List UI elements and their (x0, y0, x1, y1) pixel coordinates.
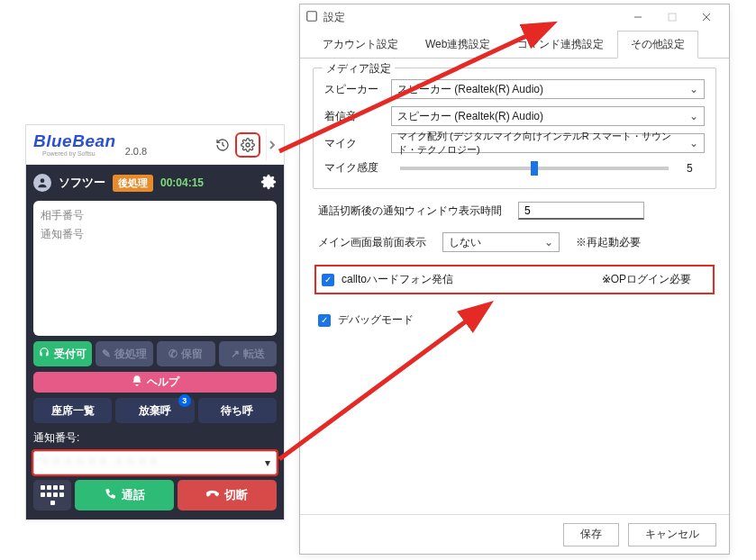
notify-number-label: 通知番号: (33, 430, 277, 446)
mic-sens-value: 5 (687, 162, 705, 175)
chevron-down-icon: ⌄ (689, 83, 698, 95)
postproc-button[interactable]: ✎ 後処理 (96, 341, 154, 366)
tab-other[interactable]: その他設定 (617, 31, 698, 59)
headset-icon (38, 347, 50, 362)
svg-rect-3 (307, 11, 317, 21)
maximize-button[interactable] (655, 6, 689, 28)
seatlist-label: 座席一覧 (51, 403, 95, 419)
close-button[interactable] (689, 6, 724, 28)
call-label: 通話 (122, 487, 145, 503)
note-icon: ✎ (102, 348, 111, 360)
foreground-select[interactable]: しない ⌄ (442, 232, 560, 252)
settings-tabs: アカウント設定 Web連携設定 コマンド連携設定 その他設定 (300, 30, 729, 59)
waiting-label: 待ち呼 (221, 403, 253, 419)
hangup-button[interactable]: 切断 (178, 480, 277, 510)
tab-account[interactable]: アカウント設定 (309, 31, 412, 59)
bluebean-logo: BlueBean (33, 132, 116, 149)
hangup-label: 切断 (224, 487, 248, 503)
hold-label: 保留 (181, 347, 203, 362)
settings-title: 設定 (323, 10, 345, 25)
post-display-label: 通話切断後の通知ウィンドウ表示時間 (318, 203, 502, 219)
status-timer: 00:04:15 (160, 176, 204, 189)
svg-rect-5 (669, 14, 676, 21)
hold-button[interactable]: ✆ 保留 (157, 341, 215, 366)
ringer-label: 着信音 (324, 109, 382, 124)
debug-checkbox[interactable]: ✓ (318, 314, 331, 327)
bluebean-powered: Powered by Softsu (42, 150, 116, 157)
cancel-button[interactable]: キャンセル (628, 523, 716, 546)
chevron-down-icon: ▾ (265, 456, 270, 469)
notify-number-value: ＊＊＊＊＊＊ ＊＊＊＊ (40, 456, 160, 471)
ringer-select[interactable]: スピーカー (Realtek(R) Audio) ⌄ (391, 106, 705, 126)
gear-icon[interactable] (237, 134, 259, 156)
status-badge[interactable]: 後処理 (113, 175, 153, 192)
memo-area[interactable]: 相手番号 通知番号 (33, 201, 277, 336)
tab-command[interactable]: コマンド連携設定 (504, 31, 617, 59)
slider-thumb[interactable] (531, 161, 538, 176)
mic-label: マイク (324, 136, 382, 151)
settings-window: 設定 アカウント設定 Web連携設定 コマンド連携設定 その他設定 メディア設定… (299, 4, 730, 555)
bluebean-client-window: BlueBean Powered by Softsu 2.0.8 ソフツー 後処… (25, 124, 285, 520)
mic-sens-label: マイク感度 (324, 160, 382, 176)
phone-icon: ✆ (169, 348, 178, 360)
svg-point-0 (246, 143, 250, 147)
bluebean-version: 2.0.8 (125, 146, 147, 157)
titlebar[interactable]: 設定 (300, 5, 729, 30)
debug-row: ✓ デバッグモード (313, 307, 716, 333)
memo-notify-placeholder: 通知番号 (41, 227, 269, 242)
settings-app-icon (305, 10, 318, 25)
username: ソフツー (59, 175, 105, 191)
minimize-button[interactable] (621, 6, 655, 28)
chevron-down-icon: ⌄ (689, 137, 698, 149)
mic-select[interactable]: マイク配列 (デジタルマイク向けインテルR スマート・サウンド・テクノロジー) … (391, 133, 705, 153)
waiting-button[interactable]: 待ち呼 (198, 398, 277, 423)
settings-body: メディア設定 スピーカー スピーカー (Realtek(R) Audio) ⌄ … (300, 59, 729, 514)
status-bar: ソフツー 後処理 00:04:15 (33, 170, 277, 195)
history-icon[interactable] (212, 134, 233, 156)
transfer-button[interactable]: ↗ 転送 (219, 341, 278, 366)
abandon-button[interactable]: 放棄呼 3 (115, 398, 194, 423)
save-button[interactable]: 保存 (563, 523, 619, 546)
memo-partner-placeholder: 相手番号 (41, 208, 269, 223)
gear-icon[interactable] (260, 174, 277, 193)
dial-row: 通話 切断 (33, 480, 277, 510)
accept-button[interactable]: 受付可 (33, 341, 92, 366)
bluebean-body: ソフツー 後処理 00:04:15 相手番号 通知番号 受付可 ✎ 後処理 (26, 165, 284, 519)
mic-sens-slider[interactable] (400, 167, 669, 170)
dialpad-button[interactable] (33, 480, 71, 510)
foreground-row: メイン画面最前面表示 しない ⌄ ※再起動必要 (318, 232, 716, 252)
phone-icon (104, 488, 116, 503)
speaker-select[interactable]: スピーカー (Realtek(R) Audio) ⌄ (391, 79, 705, 99)
postproc-label: 後処理 (114, 347, 147, 362)
post-display-row: 通話切断後の通知ウィンドウ表示時間 (318, 202, 716, 220)
notify-number-select[interactable]: ＊＊＊＊＊＊ ＊＊＊＊ ▾ (33, 451, 277, 474)
seatlist-button[interactable]: 座席一覧 (33, 398, 112, 423)
media-fieldset: メディア設定 スピーカー スピーカー (Realtek(R) Audio) ⌄ … (313, 68, 716, 189)
help-button[interactable]: ヘルプ (33, 372, 277, 393)
foreground-label: メイン画面最前面表示 (318, 235, 426, 250)
debug-label: デバッグモード (338, 312, 414, 328)
speaker-label: スピーカー (324, 82, 382, 97)
call-button[interactable]: 通話 (75, 480, 174, 510)
abandon-label: 放棄呼 (139, 403, 171, 419)
bell-icon (131, 375, 143, 390)
callto-checkbox[interactable]: ✓ (322, 274, 334, 286)
bluebean-logo-block: BlueBean Powered by Softsu (33, 132, 116, 157)
abandon-badge: 3 (178, 394, 191, 407)
tab-web[interactable]: Web連携設定 (412, 31, 504, 59)
media-legend: メディア設定 (323, 61, 395, 77)
settings-footer: 保存 キャンセル (300, 514, 729, 554)
foreground-note: ※再起動必要 (576, 235, 641, 250)
phone-down-icon (206, 488, 219, 503)
transfer-icon: ↗ (231, 348, 240, 360)
foreground-value: しない (449, 235, 481, 250)
mic-value: マイク配列 (デジタルマイク向けインテルR スマート・サウンド・テクノロジー) (397, 130, 689, 157)
accept-label: 受付可 (54, 347, 87, 362)
chevron-down-icon: ⌄ (544, 236, 553, 248)
chevron-right-icon[interactable] (266, 129, 277, 161)
speaker-value: スピーカー (Realtek(R) Audio) (397, 82, 543, 97)
avatar (33, 174, 51, 192)
post-display-input[interactable] (518, 202, 644, 220)
action-row-3: 座席一覧 放棄呼 3 待ち呼 (33, 398, 277, 423)
callto-row: ✓ calltoハードフォン発信 ※OPログイン必要 (314, 265, 715, 294)
